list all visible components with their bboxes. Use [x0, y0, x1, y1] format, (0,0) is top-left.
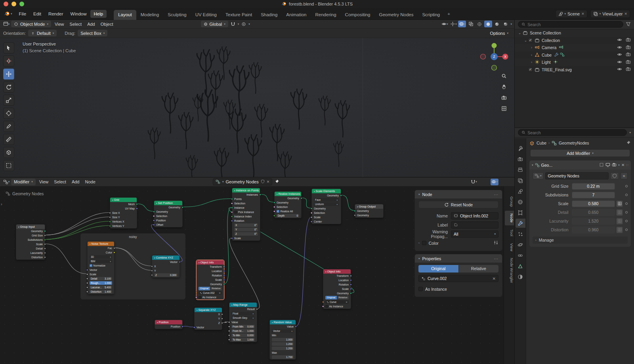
node-section-header[interactable]: ▾ Node ⋯ [415, 190, 502, 198]
color-checkbox[interactable] [422, 241, 426, 245]
node-tree-name-field[interactable]: Geometry Nodes [545, 172, 609, 179]
outliner-search[interactable] [518, 21, 623, 28]
output-socket[interactable] [44, 239, 46, 241]
checkbox-as-instance[interactable] [199, 296, 201, 299]
node-group-input[interactable]: ▾Group InputGeometryGrid SizeSubdivision… [16, 224, 45, 260]
panel-options-icon[interactable]: ⋯ [494, 192, 499, 197]
output-socket[interactable] [221, 322, 223, 324]
output-socket[interactable] [350, 284, 352, 286]
node-link[interactable] [296, 217, 311, 326]
node-header[interactable]: ▾Scale Elements [312, 189, 341, 193]
reset-node-button[interactable]: Reset Node [418, 201, 498, 208]
dropdown-vector[interactable]: Vector▾ [272, 329, 294, 333]
collapse-icon[interactable]: ▾ [231, 304, 233, 306]
input-socket[interactable] [109, 221, 111, 223]
node-tree-name-field[interactable]: ▾ Geometry Nodes ✕ [213, 178, 272, 185]
output-socket[interactable] [179, 261, 181, 263]
collapse-icon[interactable]: ▾ [272, 321, 273, 324]
expand-icon[interactable]: › [529, 53, 534, 57]
xray-toggle[interactable] [467, 21, 475, 27]
dropdown-float[interactable]: Float▾ [231, 312, 255, 315]
add-workspace-button[interactable]: + [444, 9, 453, 19]
value-field[interactable]: 1.200 [272, 347, 294, 350]
value-field[interactable]: To Max1.000 [231, 338, 255, 341]
shading-wireframe-button[interactable] [476, 21, 483, 27]
input-socket[interactable] [310, 216, 313, 218]
modifier-extras-dropdown[interactable]: ▾ [618, 164, 620, 167]
input-socket[interactable] [109, 225, 111, 227]
dropdown-uniform[interactable]: Uniform▾ [314, 202, 339, 206]
node-link[interactable] [302, 198, 311, 208]
output-socket[interactable] [223, 270, 225, 272]
snap-toggle[interactable] [229, 21, 237, 27]
dropdown-3d[interactable]: 3D▾ [90, 255, 112, 259]
clear-object-icon[interactable]: ✕ [493, 276, 496, 281]
output-socket[interactable] [350, 279, 352, 281]
workspace-tab-compositing[interactable]: Compositing [341, 10, 375, 20]
object-field[interactable]: Curve✕ [325, 300, 349, 304]
field-value[interactable]: 1.520 [572, 218, 615, 225]
workspace-tab-animation[interactable]: Animation [282, 10, 311, 20]
restrict-eye-toggle[interactable] [617, 67, 622, 72]
input-socket[interactable] [310, 220, 313, 223]
properties-tab-object[interactable] [516, 208, 525, 217]
node-header[interactable]: ▾Object Info [323, 269, 351, 274]
collapse-icon[interactable]: ▾ [157, 321, 158, 324]
value-field[interactable]: Z0° [234, 232, 258, 236]
overlays-toggle[interactable]: ▾ [491, 179, 498, 185]
input-attribute-toggle[interactable] [616, 200, 623, 207]
node-combine-xyz[interactable]: ▾Combine XYZVectorXYZ0.300 [152, 255, 180, 278]
mode-selector[interactable]: Object Mode▾ [11, 21, 51, 27]
collapse-icon[interactable]: ▾ [199, 261, 200, 264]
original-button[interactable]: Original [325, 296, 337, 299]
unlink-nodetree-button[interactable]: ✕ [621, 172, 628, 179]
input-socket[interactable] [195, 296, 197, 298]
node-header[interactable]: ▾Noise Texture [88, 242, 114, 246]
input-socket[interactable] [109, 216, 111, 218]
node-scale-elements[interactable]: ▾Scale ElementsGeometryFace▾Uniform▾Geom… [311, 189, 341, 224]
input-socket[interactable] [151, 274, 153, 276]
object-field[interactable]: Curve.002 ✕ [418, 275, 498, 282]
properties-tab-object-data[interactable] [516, 261, 525, 271]
visibility-checkbox[interactable]: ✓ [528, 67, 533, 72]
menu-window[interactable]: Window [67, 10, 90, 18]
workspace-tab-geometry-nodes[interactable]: Geometry Nodes [375, 10, 418, 20]
node-header[interactable]: ▾Grid [110, 198, 137, 202]
tool-add-cube-button[interactable] [3, 147, 14, 158]
chevron-down-icon[interactable]: ▾ [629, 131, 631, 134]
input-socket[interactable] [311, 208, 313, 210]
output-socket[interactable] [44, 230, 46, 232]
viewlayer-selector[interactable]: ▾ ViewLayer ✕ [590, 10, 630, 18]
node-editor-menu-node[interactable]: Node [82, 178, 98, 185]
workspace-tab-uv-editing[interactable]: UV Editing [191, 10, 221, 20]
node-random-value[interactable]: ▾Random ValueValueVector▾Min1.0001.2001.… [269, 320, 296, 360]
input-socket[interactable] [231, 202, 233, 204]
zoom-window-button[interactable] [19, 2, 24, 6]
editor-type-selector[interactable]: ▾ [2, 179, 10, 185]
restrict-eye-toggle[interactable] [617, 37, 622, 43]
as-instance-checkbox[interactable] [418, 287, 423, 291]
input-socket[interactable] [231, 215, 233, 217]
outliner-row-camera[interactable]: ›Camera [515, 44, 634, 51]
drag-dropdown[interactable]: Select Box▾ [78, 30, 107, 36]
node-noise[interactable]: ▾Noise TextureFacColor3D▾fBM▾✓NormalizeV… [87, 241, 115, 294]
output-socket[interactable] [259, 194, 261, 196]
properties-tab-view-layer[interactable] [516, 176, 525, 185]
properties-tab-constraints[interactable] [516, 251, 525, 260]
input-attribute-toggle[interactable] [616, 227, 623, 233]
properties-tab-physics[interactable] [516, 240, 525, 249]
node-header[interactable]: ▾Position [155, 320, 182, 324]
clear-object-icon[interactable]: ✕ [219, 292, 221, 294]
input-socket[interactable] [231, 219, 233, 222]
scene-selector[interactable]: ▾ Scene ✕ [556, 10, 587, 18]
output-socket[interactable] [136, 203, 138, 205]
outliner-search-input[interactable] [527, 22, 620, 27]
viewport-menu-select[interactable]: Select [67, 21, 85, 28]
collapse-icon[interactable]: ▾ [357, 206, 358, 208]
node-position[interactable]: ▾PositionPosition [155, 320, 183, 329]
node-set-position[interactable]: ▾Set PositionGeometryGeometrySelectionPo… [154, 200, 183, 227]
menu-edit[interactable]: Edit [30, 10, 45, 18]
input-socket[interactable] [273, 210, 275, 212]
field-value[interactable]: 0.22 m [572, 183, 615, 190]
animate-property-dot[interactable] [625, 194, 628, 196]
